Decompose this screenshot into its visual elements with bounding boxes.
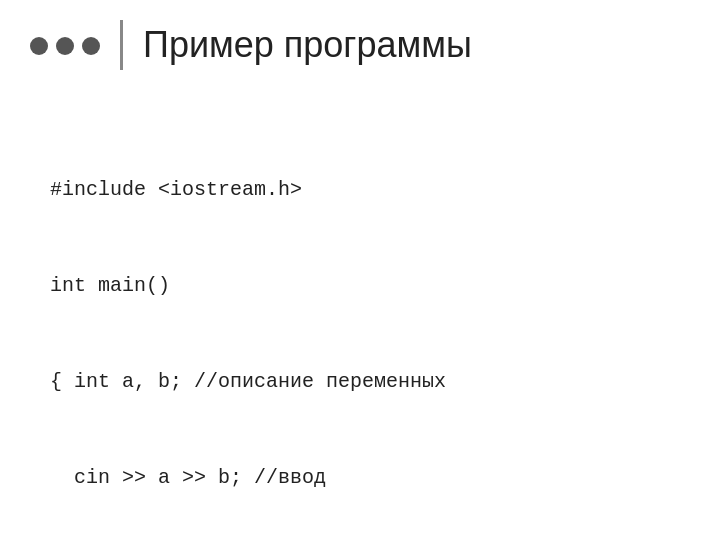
code-line-3: { int a, b; //описание переменных	[50, 366, 670, 398]
slide-title: Пример программы	[143, 24, 472, 66]
slide: Пример программы #include <iostream.h> i…	[0, 0, 720, 540]
code-line-4: cin >> a >> b; //ввод	[50, 462, 670, 494]
title-area: Пример программы	[143, 20, 472, 70]
slide-header: Пример программы	[0, 0, 720, 80]
decoration-dots	[30, 20, 100, 70]
dot-3	[82, 37, 100, 55]
content-area: #include <iostream.h> int main() { int a…	[0, 80, 720, 540]
dot-2	[56, 37, 74, 55]
dot-1	[30, 37, 48, 55]
header-divider	[120, 20, 123, 70]
code-block: #include <iostream.h> int main() { int a…	[50, 110, 670, 540]
code-line-1: #include <iostream.h>	[50, 174, 670, 206]
code-line-2: int main()	[50, 270, 670, 302]
